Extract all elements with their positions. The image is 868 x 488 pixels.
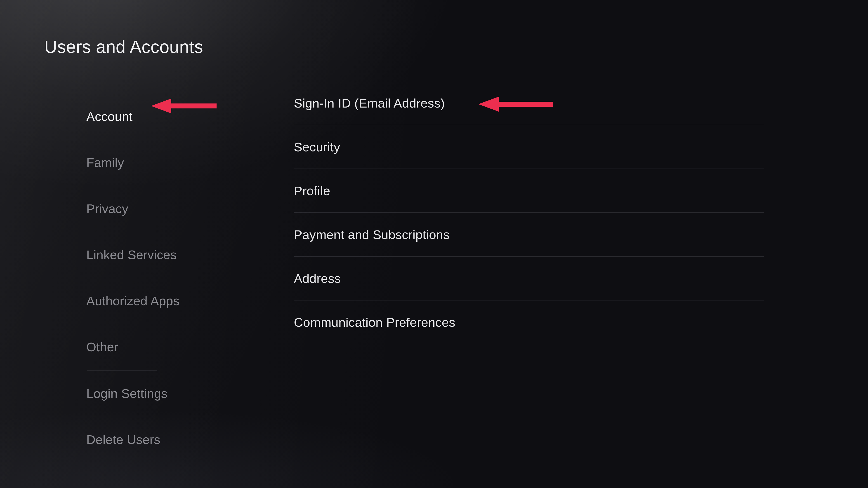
main-item-profile[interactable]: Profile (294, 169, 764, 213)
main-item-label: Profile (294, 184, 330, 198)
sidebar-item-login-settings[interactable]: Login Settings (86, 370, 213, 417)
main-item-label: Payment and Subscriptions (294, 227, 450, 242)
main-item-address[interactable]: Address (294, 257, 764, 300)
settings-sidebar: Account Family Privacy Linked Services A… (86, 94, 213, 463)
sidebar-item-delete-users[interactable]: Delete Users (86, 417, 213, 463)
sidebar-item-label: Privacy (86, 201, 128, 216)
sidebar-item-linked-services[interactable]: Linked Services (86, 232, 213, 278)
sidebar-item-label: Linked Services (86, 248, 177, 262)
account-settings-list: Sign-In ID (Email Address) Security Prof… (294, 81, 764, 344)
main-item-payment-subscriptions[interactable]: Payment and Subscriptions (294, 213, 764, 256)
main-item-communication-preferences[interactable]: Communication Preferences (294, 300, 764, 344)
main-item-security[interactable]: Security (294, 125, 764, 168)
main-item-label: Communication Preferences (294, 315, 455, 330)
svg-marker-0 (151, 98, 217, 113)
sidebar-item-family[interactable]: Family (86, 140, 213, 186)
svg-marker-1 (478, 97, 553, 111)
sidebar-item-label: Other (86, 340, 119, 354)
sidebar-item-label: Authorized Apps (86, 294, 180, 308)
sidebar-item-label: Login Settings (86, 386, 167, 400)
sidebar-item-label: Delete Users (86, 432, 160, 447)
sidebar-item-label: Family (86, 156, 124, 170)
main-item-label: Address (294, 271, 341, 286)
annotation-arrow-account (151, 96, 217, 116)
main-item-label: Sign-In ID (Email Address) (294, 96, 445, 110)
sidebar-item-other[interactable]: Other (86, 324, 213, 370)
sidebar-item-authorized-apps[interactable]: Authorized Apps (86, 278, 213, 324)
page-title: Users and Accounts (44, 37, 203, 57)
main-item-label: Security (294, 140, 340, 154)
annotation-arrow-sign-in-id (478, 94, 553, 114)
sidebar-item-privacy[interactable]: Privacy (86, 186, 213, 232)
sidebar-item-label: Account (86, 109, 132, 124)
